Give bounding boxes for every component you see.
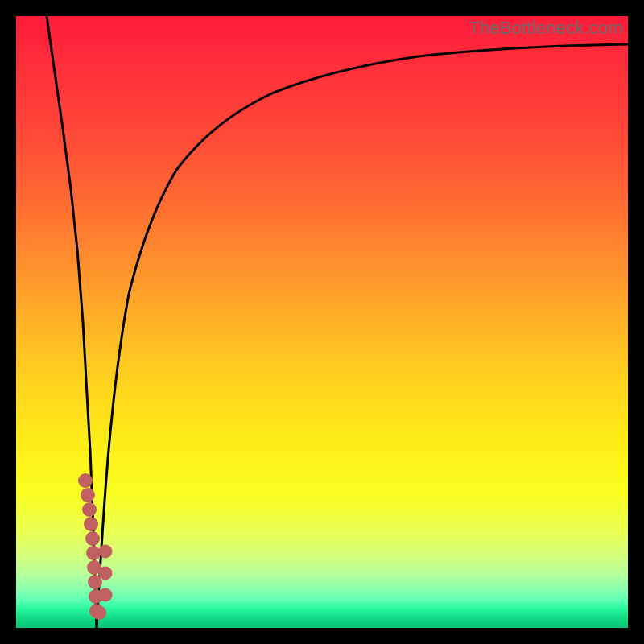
svg-point-12 — [99, 567, 113, 580]
svg-point-5 — [86, 546, 101, 560]
dot-cluster-right — [99, 545, 113, 602]
svg-point-2 — [82, 502, 97, 517]
plot-area: TheBottleneck.com — [16, 16, 628, 628]
svg-point-4 — [85, 531, 100, 546]
svg-point-3 — [84, 517, 98, 531]
svg-point-1 — [80, 488, 95, 502]
svg-point-10 — [92, 605, 106, 620]
curve-right-branch — [97, 44, 628, 628]
bottleneck-curve — [16, 16, 628, 628]
chart-frame: TheBottleneck.com — [0, 0, 644, 644]
watermark-text: TheBottleneck.com — [469, 18, 623, 39]
svg-point-0 — [78, 473, 93, 488]
svg-point-11 — [99, 545, 113, 559]
svg-point-13 — [99, 588, 113, 602]
